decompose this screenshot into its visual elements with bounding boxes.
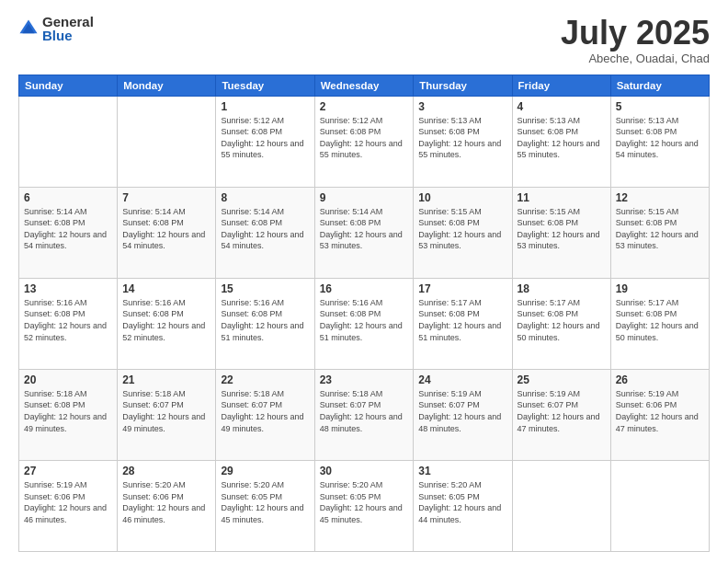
day-number: 22 <box>221 373 309 386</box>
calendar-cell: 24Sunrise: 5:19 AMSunset: 6:07 PMDayligh… <box>414 369 512 460</box>
day-info: Sunrise: 5:14 AMSunset: 6:08 PMDaylight:… <box>24 206 112 252</box>
day-number: 15 <box>221 282 309 295</box>
location-subtitle: Abeche, Ouadai, Chad <box>561 52 710 65</box>
day-info: Sunrise: 5:18 AMSunset: 6:07 PMDaylight:… <box>221 388 309 434</box>
day-number: 5 <box>616 100 704 113</box>
day-number: 14 <box>122 282 210 295</box>
day-info: Sunrise: 5:15 AMSunset: 6:08 PMDaylight:… <box>418 206 506 252</box>
day-number: 13 <box>24 282 112 295</box>
weekday-header-monday: Monday <box>118 75 216 96</box>
day-number: 25 <box>518 373 606 386</box>
day-number: 11 <box>518 191 606 204</box>
day-number: 28 <box>122 465 210 477</box>
day-info: Sunrise: 5:18 AMSunset: 6:07 PMDaylight:… <box>320 388 409 434</box>
calendar-cell: 15Sunrise: 5:16 AMSunset: 6:08 PMDayligh… <box>216 278 314 369</box>
day-info: Sunrise: 5:19 AMSunset: 6:07 PMDaylight:… <box>418 388 506 434</box>
day-number: 26 <box>616 373 704 386</box>
day-number: 16 <box>320 282 409 295</box>
calendar-cell: 6Sunrise: 5:14 AMSunset: 6:08 PMDaylight… <box>19 187 118 278</box>
day-info: Sunrise: 5:18 AMSunset: 6:08 PMDaylight:… <box>24 388 112 434</box>
logo: General Blue <box>18 15 94 42</box>
day-number: 23 <box>320 373 409 386</box>
day-info: Sunrise: 5:16 AMSunset: 6:08 PMDaylight:… <box>320 297 409 343</box>
logo-general: General <box>42 15 94 29</box>
calendar-cell: 23Sunrise: 5:18 AMSunset: 6:07 PMDayligh… <box>314 369 414 460</box>
logo-icon <box>18 18 39 39</box>
day-number: 4 <box>518 100 606 113</box>
weekday-header-thursday: Thursday <box>414 75 512 96</box>
day-info: Sunrise: 5:16 AMSunset: 6:08 PMDaylight:… <box>221 297 309 343</box>
calendar-cell: 28Sunrise: 5:20 AMSunset: 6:06 PMDayligh… <box>118 460 216 551</box>
calendar-cell: 8Sunrise: 5:14 AMSunset: 6:08 PMDaylight… <box>216 187 314 278</box>
day-info: Sunrise: 5:17 AMSunset: 6:08 PMDaylight:… <box>418 297 506 343</box>
title-block: July 2025 Abeche, Ouadai, Chad <box>561 15 710 65</box>
calendar-cell: 18Sunrise: 5:17 AMSunset: 6:08 PMDayligh… <box>512 278 610 369</box>
calendar-cell: 19Sunrise: 5:17 AMSunset: 6:08 PMDayligh… <box>610 278 709 369</box>
day-info: Sunrise: 5:17 AMSunset: 6:08 PMDaylight:… <box>616 297 704 343</box>
day-info: Sunrise: 5:19 AMSunset: 6:06 PMDaylight:… <box>24 479 112 525</box>
day-number: 1 <box>221 100 309 113</box>
day-info: Sunrise: 5:13 AMSunset: 6:08 PMDaylight:… <box>616 115 704 161</box>
calendar-cell: 12Sunrise: 5:15 AMSunset: 6:08 PMDayligh… <box>610 187 709 278</box>
header: General Blue July 2025 Abeche, Ouadai, C… <box>18 15 710 65</box>
weekday-header-tuesday: Tuesday <box>216 75 314 96</box>
calendar-cell: 22Sunrise: 5:18 AMSunset: 6:07 PMDayligh… <box>216 369 314 460</box>
day-info: Sunrise: 5:16 AMSunset: 6:08 PMDaylight:… <box>122 297 210 343</box>
calendar-cell <box>512 460 610 551</box>
calendar-cell <box>118 96 216 187</box>
day-number: 27 <box>24 465 112 477</box>
calendar-week-5: 27Sunrise: 5:19 AMSunset: 6:06 PMDayligh… <box>19 460 710 551</box>
calendar-cell <box>19 96 118 187</box>
logo-text: General Blue <box>42 15 94 42</box>
calendar-cell: 11Sunrise: 5:15 AMSunset: 6:08 PMDayligh… <box>512 187 610 278</box>
calendar-cell: 16Sunrise: 5:16 AMSunset: 6:08 PMDayligh… <box>314 278 414 369</box>
day-info: Sunrise: 5:15 AMSunset: 6:08 PMDaylight:… <box>616 206 704 252</box>
calendar-cell: 27Sunrise: 5:19 AMSunset: 6:06 PMDayligh… <box>19 460 118 551</box>
calendar-cell <box>610 460 709 551</box>
day-info: Sunrise: 5:17 AMSunset: 6:08 PMDaylight:… <box>518 297 606 343</box>
calendar-cell: 31Sunrise: 5:20 AMSunset: 6:05 PMDayligh… <box>414 460 512 551</box>
weekday-header-sunday: Sunday <box>19 75 118 96</box>
day-info: Sunrise: 5:20 AMSunset: 6:05 PMDaylight:… <box>418 479 506 525</box>
day-info: Sunrise: 5:18 AMSunset: 6:07 PMDaylight:… <box>122 388 210 434</box>
day-info: Sunrise: 5:13 AMSunset: 6:08 PMDaylight:… <box>418 115 506 161</box>
day-number: 18 <box>518 282 606 295</box>
calendar-cell: 25Sunrise: 5:19 AMSunset: 6:07 PMDayligh… <box>512 369 610 460</box>
calendar-cell: 4Sunrise: 5:13 AMSunset: 6:08 PMDaylight… <box>512 96 610 187</box>
day-info: Sunrise: 5:19 AMSunset: 6:07 PMDaylight:… <box>518 388 606 434</box>
day-number: 31 <box>418 465 506 477</box>
calendar-cell: 21Sunrise: 5:18 AMSunset: 6:07 PMDayligh… <box>118 369 216 460</box>
day-info: Sunrise: 5:20 AMSunset: 6:06 PMDaylight:… <box>122 479 210 525</box>
calendar-cell: 3Sunrise: 5:13 AMSunset: 6:08 PMDaylight… <box>414 96 512 187</box>
day-info: Sunrise: 5:12 AMSunset: 6:08 PMDaylight:… <box>221 115 309 161</box>
calendar-week-2: 6Sunrise: 5:14 AMSunset: 6:08 PMDaylight… <box>19 187 710 278</box>
day-number: 30 <box>320 465 409 477</box>
day-number: 10 <box>418 191 506 204</box>
calendar-cell: 9Sunrise: 5:14 AMSunset: 6:08 PMDaylight… <box>314 187 414 278</box>
day-info: Sunrise: 5:14 AMSunset: 6:08 PMDaylight:… <box>320 206 409 252</box>
day-number: 19 <box>616 282 704 295</box>
day-info: Sunrise: 5:14 AMSunset: 6:08 PMDaylight:… <box>221 206 309 252</box>
day-number: 8 <box>221 191 309 204</box>
calendar-week-1: 1Sunrise: 5:12 AMSunset: 6:08 PMDaylight… <box>19 96 710 187</box>
calendar-table: SundayMondayTuesdayWednesdayThursdayFrid… <box>18 75 710 552</box>
day-number: 21 <box>122 373 210 386</box>
calendar-cell: 14Sunrise: 5:16 AMSunset: 6:08 PMDayligh… <box>118 278 216 369</box>
day-number: 3 <box>418 100 506 113</box>
calendar-cell: 29Sunrise: 5:20 AMSunset: 6:05 PMDayligh… <box>216 460 314 551</box>
weekday-header-friday: Friday <box>512 75 610 96</box>
day-number: 9 <box>320 191 409 204</box>
month-title: July 2025 <box>561 15 710 52</box>
day-number: 2 <box>320 100 409 113</box>
page: General Blue July 2025 Abeche, Ouadai, C… <box>0 0 728 563</box>
logo-blue: Blue <box>42 29 94 42</box>
day-number: 24 <box>418 373 506 386</box>
calendar-week-4: 20Sunrise: 5:18 AMSunset: 6:08 PMDayligh… <box>19 369 710 460</box>
day-number: 7 <box>122 191 210 204</box>
calendar-cell: 26Sunrise: 5:19 AMSunset: 6:06 PMDayligh… <box>610 369 709 460</box>
calendar-cell: 20Sunrise: 5:18 AMSunset: 6:08 PMDayligh… <box>19 369 118 460</box>
day-info: Sunrise: 5:12 AMSunset: 6:08 PMDaylight:… <box>320 115 409 161</box>
calendar-body: 1Sunrise: 5:12 AMSunset: 6:08 PMDaylight… <box>19 96 710 551</box>
calendar-cell: 17Sunrise: 5:17 AMSunset: 6:08 PMDayligh… <box>414 278 512 369</box>
calendar-cell: 30Sunrise: 5:20 AMSunset: 6:05 PMDayligh… <box>314 460 414 551</box>
